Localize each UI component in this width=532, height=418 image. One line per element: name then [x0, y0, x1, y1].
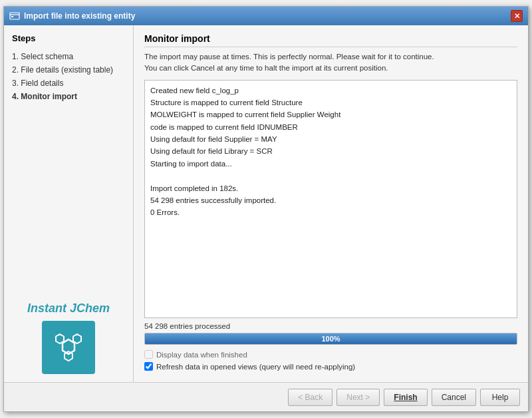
title-bar: Import file into existing entity ✕ [4, 7, 528, 25]
info-text: The import may pause at times. This is p… [144, 51, 517, 75]
display-data-checkbox[interactable] [144, 350, 153, 359]
log-line-10: 0 Errors. [150, 206, 511, 218]
step-4-active: 4. Monitor import [12, 90, 125, 103]
refresh-data-row: Refresh data in opened views (query will… [144, 362, 517, 371]
progress-bar-container: 100% [144, 333, 517, 345]
log-line-2: MOLWEIGHT is mapped to current field Sup… [150, 108, 511, 120]
svg-marker-6 [65, 351, 72, 361]
refresh-data-label: Refresh data in opened views (query will… [156, 363, 355, 371]
log-line-0: Created new field c_log_p [150, 85, 511, 97]
steps-title: Steps [12, 33, 125, 43]
step-3: 3. Field details [12, 77, 125, 90]
sidebar-branding: Instant JChem [12, 295, 125, 374]
log-line-9: 54 298 entries successfully imported. [150, 194, 511, 206]
window-title: Import file into existing entity [24, 11, 135, 21]
step-1: 1. Select schema [12, 50, 125, 63]
main-content: Monitor import The import may pause at t… [134, 25, 528, 382]
back-button[interactable]: < Back [288, 389, 332, 406]
log-line-5: Using default for field Library = SCR [150, 145, 511, 157]
finish-button[interactable]: Finish [384, 389, 427, 406]
log-line-4: Using default for field Supplier = MAY [150, 133, 511, 145]
steps-list: 1. Select schema 2. File details (existi… [12, 50, 125, 103]
log-line-8: Import completed in 182s. [150, 182, 511, 194]
cancel-button[interactable]: Cancel [432, 389, 476, 406]
progress-bar-fill: 100% [145, 333, 517, 344]
next-button[interactable]: Next > [336, 389, 380, 406]
close-button[interactable]: ✕ [511, 10, 523, 22]
svg-marker-5 [73, 334, 81, 343]
log-line-3: code is mapped to current field IDNUMBER [150, 121, 511, 133]
log-line-6: Starting to import data... [150, 158, 511, 170]
dialog-footer: < Back Next > Finish Cancel Help [4, 382, 528, 411]
brand-logo-svg [51, 330, 86, 365]
window-icon [9, 11, 20, 21]
dialog-body: Steps 1. Select schema 2. File details (… [4, 25, 528, 382]
progress-label: 100% [321, 335, 340, 343]
refresh-data-checkbox[interactable] [144, 362, 153, 371]
brand-logo [42, 321, 95, 374]
dialog-window: Import file into existing entity ✕ Steps… [3, 6, 529, 412]
help-button[interactable]: Help [480, 389, 520, 406]
step-2: 2. File details (existing table) [12, 63, 125, 77]
svg-marker-4 [56, 334, 64, 343]
title-bar-left: Import file into existing entity [9, 11, 135, 21]
log-line-blank [150, 170, 511, 182]
display-data-row: Display data when finished [144, 350, 517, 359]
log-area: Created new field c_log_p Structure is m… [144, 80, 517, 319]
brand-name: Instant JChem [27, 302, 110, 315]
svg-rect-2 [11, 16, 13, 17]
entries-processed: 54 298 entries processed [144, 322, 517, 330]
log-line-1: Structure is mapped to current field Str… [150, 97, 511, 108]
sidebar: Steps 1. Select schema 2. File details (… [4, 25, 134, 382]
display-data-label: Display data when finished [156, 351, 247, 359]
section-title: Monitor import [144, 33, 517, 47]
